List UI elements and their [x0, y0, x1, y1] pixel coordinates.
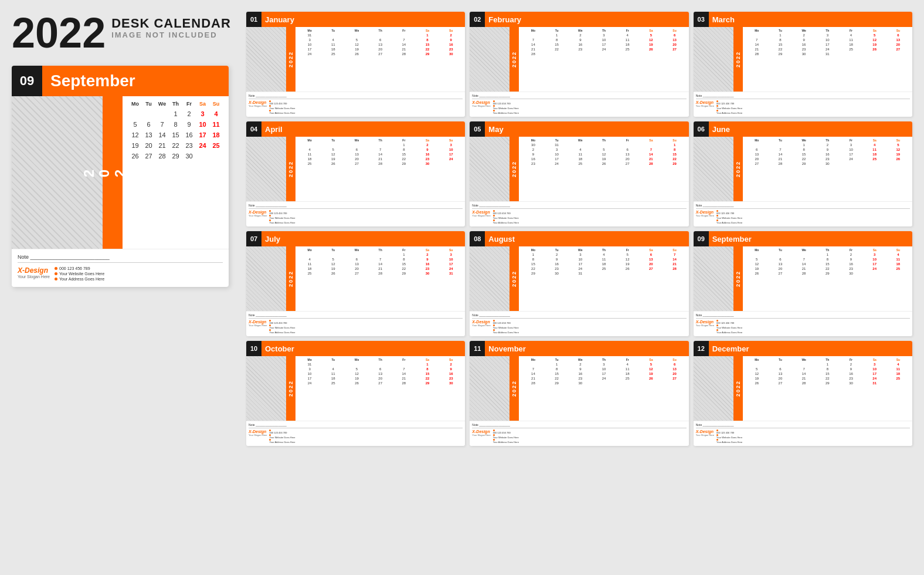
december-card: 12 December 2022 MoTuWeThFrSaSu 1234 567… [694, 341, 912, 446]
cal-day: 15 [169, 130, 182, 140]
right-panel: 01 January 2022 MoTuWeThFrSaSu 3112 [246, 12, 912, 446]
cal-day: 19 [128, 141, 142, 150]
february-card: 02 February 2022 MoTuWeThFrSaSu 123456 [470, 12, 688, 117]
page-container: 2022 DESK CALENDAR IMAGE NOT INCLUDED 09… [12, 12, 912, 446]
cal-day-weekend: 10 [196, 120, 209, 129]
day-we: We [155, 101, 169, 107]
cal-day: 12 [128, 130, 142, 140]
left-panel: 2022 DESK CALENDAR IMAGE NOT INCLUDED 09… [12, 12, 235, 287]
month-row-1: 01 January 2022 MoTuWeThFrSaSu 3112 [246, 12, 912, 117]
sm-footer: Note ___________________ X-Design Your S… [470, 92, 688, 117]
cal-day [155, 109, 169, 119]
may-card: 05 May 2022 MoTuWeThFrSaSu 30311 2345678… [470, 121, 688, 226]
big-month-num: 09 [12, 66, 42, 96]
april-card: 04 April 2022 MoTuWeThFrSaSu 123 4567891… [246, 121, 465, 226]
cal-day-weekend: 17 [196, 130, 209, 140]
day-sa: Sa [196, 101, 209, 107]
big-year-label: 2022 [81, 167, 144, 177]
cal-day: 5 [128, 120, 142, 129]
cal-day: 14 [155, 130, 169, 140]
cal-day: 28 [155, 151, 169, 161]
cal-day: 30 [182, 151, 196, 161]
day-su: Su [209, 101, 223, 107]
sm-img [246, 27, 286, 92]
sm-cal: MoTuWeThFrSaSu 123456 78910111213 141516… [519, 27, 688, 92]
brand-block: X-Design Your Slogan Here [18, 266, 50, 279]
cal-day: 21 [155, 141, 169, 150]
cal-day: 20 [142, 141, 155, 150]
big-card-body: 2022 Mo Tu We Th Fr Sa Su [12, 96, 229, 249]
note-label: Note ___________________________ [18, 254, 223, 263]
day-mo: Mo [128, 101, 142, 107]
cal-day: 9 [182, 120, 196, 129]
month-row-4: 10 October 2022 MoTuWeThFrSaSu 3112 3456… [246, 341, 912, 446]
big-cal-days: 1 2 3 4 5 6 7 8 9 10 11 12 13 14 [128, 109, 223, 161]
september-small-card: 09 September 2022 MoTuWeThFrSaSu 1234 56… [694, 231, 912, 336]
cal-day: 2 [182, 109, 196, 119]
sm-days-hdr: MoTuWeThFrSaSu [298, 29, 463, 32]
website-info: Your Website Goes Here [55, 272, 104, 276]
sm-footer: Note ___________________ X-Design Your S… [246, 92, 465, 117]
sm-year-bar: 2022 [509, 27, 519, 92]
cal-day-weekend: 24 [196, 141, 209, 150]
cal-day: 8 [169, 120, 182, 129]
cal-day: 27 [142, 151, 155, 161]
july-card: 07 July 2022 MoTuWeThFrSaSu 123 45678910… [246, 231, 465, 336]
cal-day [128, 109, 142, 119]
sm-year: 2022 [511, 51, 517, 67]
brand-slogan: Your Slogan Here [18, 275, 50, 279]
sm-name: January [261, 12, 465, 27]
month-row-3: 07 July 2022 MoTuWeThFrSaSu 123 45678910… [246, 231, 912, 336]
contact-section: X-Design Your Slogan Here 000 123 456 78… [18, 266, 223, 281]
sm-grid: 3112 3456789 10111213141516 171819202122… [298, 33, 463, 56]
sm-name: February [485, 12, 688, 27]
sm-header: 02 February [470, 12, 688, 27]
big-card-footer: Note ___________________________ X-Desig… [12, 249, 229, 287]
month-row-2: 04 April 2022 MoTuWeThFrSaSu 123 4567891… [246, 121, 912, 226]
cal-day: 7 [155, 120, 169, 129]
cal-day-weekend: 11 [209, 120, 223, 129]
sm-header: 01 January [246, 12, 465, 27]
title-block: 2022 DESK CALENDAR IMAGE NOT INCLUDED [12, 12, 235, 54]
cal-day: 1 [169, 109, 182, 119]
sm-brand: X-Design Your Slogan Here [249, 100, 267, 107]
calendar-sub-title: IMAGE NOT INCLUDED [111, 31, 231, 39]
november-card: 11 November 2022 MoTuWeThFrSaSu 123456 7… [470, 341, 688, 446]
big-year-bar: 2022 [103, 96, 123, 249]
cal-day-weekend: 25 [209, 141, 223, 150]
october-card: 10 October 2022 MoTuWeThFrSaSu 3112 3456… [246, 341, 465, 446]
cal-day: 16 [182, 130, 196, 140]
cal-day [142, 109, 155, 119]
august-card: 08 August 2022 MoTuWeThFrSaSu 1234567 89… [470, 231, 688, 336]
june-card: 06 June 2022 MoTuWeThFrSaSu 12345 678910… [694, 121, 912, 226]
day-fr: Fr [182, 101, 196, 107]
address-info: Your Address Goes Here [55, 277, 104, 281]
cal-day: 13 [142, 130, 155, 140]
sm-year-bar: 2022 [286, 27, 295, 92]
sm-contact: X-Design Your Slogan Here 000 123 456 78… [249, 100, 463, 114]
big-card-header: 09 September [12, 66, 229, 96]
cal-day: 23 [182, 141, 196, 150]
day-th: Th [169, 101, 182, 107]
brand-name: X-Design [18, 266, 50, 275]
sm-num: 01 [246, 12, 261, 27]
sm-body: 2022 MoTuWeThFrSaSu 123456 78910111213 1… [470, 27, 688, 92]
cal-day-weekend: 4 [209, 109, 223, 119]
year-title: 2022 [12, 12, 106, 54]
featured-september-card: 09 September 2022 Mo Tu We Th Fr Sa S [12, 66, 229, 287]
cal-day-weekend: 18 [209, 130, 223, 140]
cal-day: 26 [128, 151, 142, 161]
contact-info: 000 123 456 789 Your Website Goes Here Y… [55, 266, 104, 281]
cal-day: 22 [169, 141, 182, 150]
sm-cal: MoTuWeThFrSaSu 3112 3456789 101112131415… [295, 27, 465, 92]
cal-day: 29 [169, 151, 182, 161]
cal-day-weekend: 3 [196, 109, 209, 119]
calendar-title-block: DESK CALENDAR IMAGE NOT INCLUDED [111, 12, 231, 39]
calendar-main-title: DESK CALENDAR [111, 16, 231, 31]
phone-info: 000 123 456 789 [55, 266, 104, 270]
big-days-header: Mo Tu We Th Fr Sa Su [128, 101, 223, 107]
sm-img [470, 27, 509, 92]
march-card: 03 March 2022 MoTuWeThFrSaSu 123456 7891… [694, 12, 912, 117]
january-card: 01 January 2022 MoTuWeThFrSaSu 3112 [246, 12, 465, 117]
sm-year: 2022 [288, 51, 294, 67]
